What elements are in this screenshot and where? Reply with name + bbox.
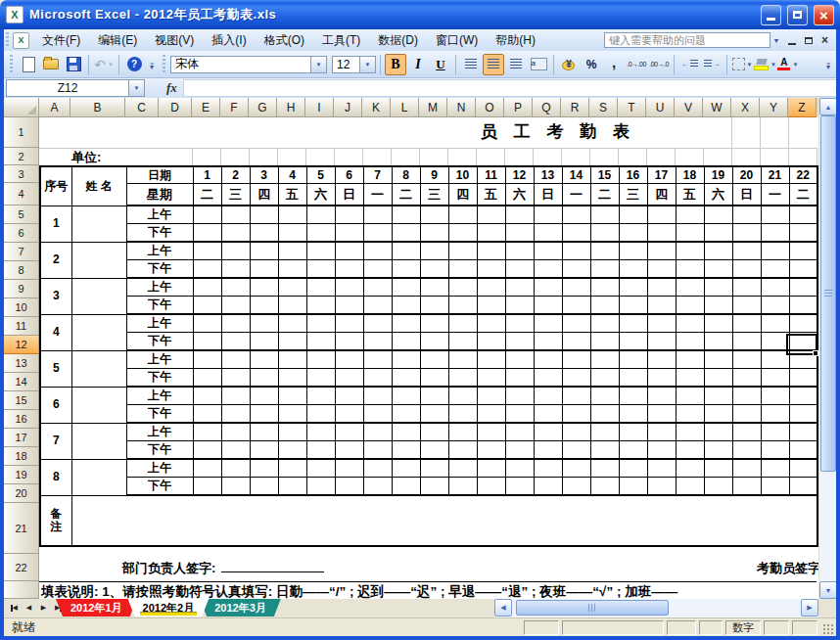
- column-header-B[interactable]: B: [70, 98, 125, 117]
- attendance-cell[interactable]: [448, 441, 477, 460]
- attendance-cell[interactable]: [761, 441, 789, 460]
- day-number-cell[interactable]: 3: [250, 166, 278, 184]
- attendance-cell[interactable]: [448, 242, 477, 260]
- menubar-grip[interactable]: [6, 32, 9, 48]
- weekday-cell[interactable]: 一: [761, 184, 789, 206]
- attendance-cell[interactable]: [477, 297, 505, 315]
- workbook-minimize-button[interactable]: [784, 33, 799, 47]
- row-header-21[interactable]: 21: [4, 503, 39, 554]
- attendance-cell[interactable]: [732, 423, 761, 441]
- previous-sheet-button[interactable]: ◀: [23, 600, 35, 616]
- new-document-button[interactable]: [18, 54, 39, 75]
- attendance-cell[interactable]: [676, 369, 704, 388]
- attendance-cell[interactable]: [590, 423, 619, 441]
- attendance-cell[interactable]: [392, 297, 420, 315]
- name-box-dropdown-icon[interactable]: ▼: [129, 79, 145, 97]
- am-label-cell[interactable]: 上午: [126, 206, 193, 224]
- attendance-cell[interactable]: [420, 278, 448, 297]
- attendance-cell[interactable]: [363, 387, 392, 405]
- attendance-cell[interactable]: [392, 369, 420, 388]
- attendance-cell[interactable]: [278, 423, 306, 441]
- column-header-U[interactable]: U: [646, 98, 675, 117]
- attendance-cell[interactable]: [704, 297, 732, 315]
- attendance-cell[interactable]: [505, 333, 534, 351]
- am-label-cell[interactable]: 上午: [126, 314, 193, 333]
- column-header-P[interactable]: P: [504, 98, 533, 117]
- attendance-cell[interactable]: [363, 224, 392, 243]
- attendance-cell[interactable]: [420, 369, 448, 388]
- attendance-cell[interactable]: [306, 224, 335, 243]
- column-header-S[interactable]: S: [589, 98, 618, 117]
- attendance-cell[interactable]: [619, 260, 647, 279]
- attendance-cell[interactable]: [448, 333, 477, 351]
- attendance-cell[interactable]: [335, 459, 363, 478]
- attendance-cell[interactable]: [619, 405, 647, 424]
- attendance-cell[interactable]: [335, 314, 363, 333]
- attendance-cell[interactable]: [789, 441, 817, 460]
- bold-button[interactable]: B: [385, 54, 406, 75]
- day-number-cell[interactable]: 2: [221, 166, 250, 184]
- attendance-cell[interactable]: [306, 369, 335, 388]
- attendance-cell[interactable]: [250, 314, 278, 333]
- attendance-cell[interactable]: [193, 242, 221, 260]
- attendance-cell[interactable]: [562, 260, 590, 279]
- resize-grip[interactable]: [822, 623, 834, 635]
- name-cell[interactable]: [71, 314, 126, 350]
- attendance-cell[interactable]: [420, 260, 448, 279]
- attendance-cell[interactable]: [647, 478, 676, 496]
- attendance-cell[interactable]: [505, 387, 534, 405]
- attendance-cell[interactable]: [363, 423, 392, 441]
- attendance-cell[interactable]: [221, 459, 250, 478]
- row-header-2[interactable]: 2: [4, 148, 39, 165]
- attendance-cell[interactable]: [477, 369, 505, 388]
- attendance-cell[interactable]: [193, 405, 221, 424]
- attendance-cell[interactable]: [221, 260, 250, 279]
- attendance-cell[interactable]: [534, 333, 562, 351]
- attendance-cell[interactable]: [477, 314, 505, 333]
- attendance-cell[interactable]: [676, 278, 704, 297]
- attendance-cell[interactable]: [789, 224, 817, 243]
- attendance-cell[interactable]: [732, 242, 761, 260]
- pm-label-cell[interactable]: 下午: [126, 441, 193, 460]
- column-header-V[interactable]: V: [675, 98, 703, 117]
- attendance-cell[interactable]: [193, 333, 221, 351]
- name-cell[interactable]: [71, 459, 126, 495]
- attendance-cell[interactable]: [477, 441, 505, 460]
- attendance-cell[interactable]: [647, 459, 676, 478]
- insert-function-button[interactable]: fx: [166, 80, 177, 96]
- align-right-button[interactable]: [505, 54, 527, 75]
- attendance-cell[interactable]: [590, 297, 619, 315]
- attendance-cell[interactable]: [789, 242, 817, 260]
- attendance-cell[interactable]: [534, 224, 562, 243]
- column-header-T[interactable]: T: [618, 98, 646, 117]
- attendance-cell[interactable]: [193, 224, 221, 243]
- attendance-cell[interactable]: [562, 387, 590, 405]
- attendance-cell[interactable]: [505, 405, 534, 424]
- row-header-17[interactable]: 17: [4, 429, 39, 447]
- serial-cell[interactable]: 1: [40, 206, 71, 242]
- attendance-cell[interactable]: [534, 260, 562, 279]
- day-number-cell[interactable]: 10: [448, 166, 477, 184]
- attendance-cell[interactable]: [250, 333, 278, 351]
- close-button[interactable]: ×: [814, 5, 834, 25]
- row-header-11[interactable]: 11: [4, 317, 39, 336]
- attendance-cell[interactable]: [363, 314, 392, 333]
- day-number-cell[interactable]: 17: [647, 166, 676, 184]
- weekday-cell[interactable]: 二: [590, 184, 619, 206]
- attendance-cell[interactable]: [789, 459, 817, 478]
- day-number-cell[interactable]: 9: [420, 166, 448, 184]
- align-center-button[interactable]: [483, 54, 504, 75]
- attendance-cell[interactable]: [647, 297, 676, 315]
- attendance-cell[interactable]: [420, 297, 448, 315]
- am-label-cell[interactable]: 上午: [126, 387, 193, 405]
- serial-cell[interactable]: 3: [40, 278, 71, 314]
- attendance-cell[interactable]: [647, 350, 676, 369]
- attendance-cell[interactable]: [562, 333, 590, 351]
- attendance-cell[interactable]: [392, 441, 420, 460]
- name-cell[interactable]: [71, 278, 126, 314]
- attendance-cell[interactable]: [193, 423, 221, 441]
- attendance-cell[interactable]: [278, 224, 306, 243]
- attendance-cell[interactable]: [562, 224, 590, 243]
- day-number-cell[interactable]: 22: [789, 166, 817, 184]
- attendance-cell[interactable]: [193, 350, 221, 369]
